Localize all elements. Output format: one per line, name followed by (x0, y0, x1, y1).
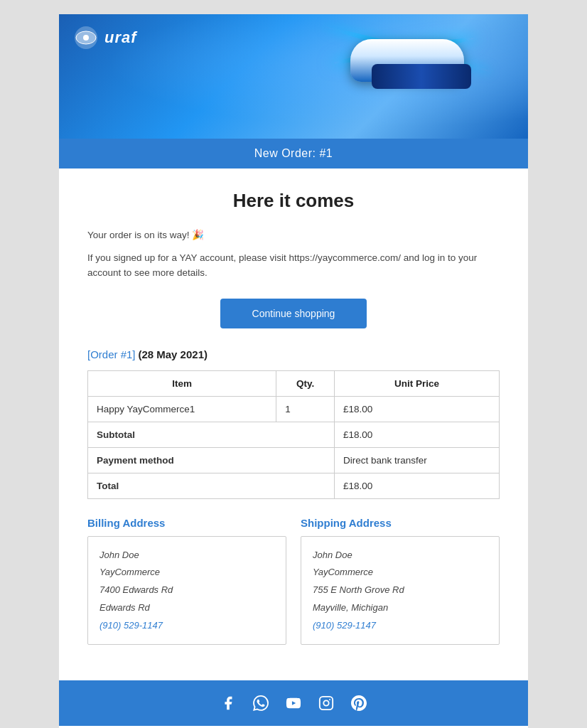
whatsapp-icon[interactable] (251, 693, 271, 713)
payment-label: Payment method (88, 447, 335, 473)
order-table: Item Qty. Unit Price Happy YayCommerce1 … (87, 370, 500, 499)
footer-social (59, 680, 528, 726)
svg-point-6 (329, 699, 330, 700)
order-banner-text: New Order: #1 (254, 147, 333, 159)
payment-row: Payment method Direct bank transfer (88, 447, 500, 473)
total-value: £18.00 (334, 473, 499, 498)
billing-heading: Billing Address (87, 517, 286, 529)
table-row: Happy YayCommerce1 1 £18.00 (88, 396, 500, 422)
order-heading: [Order #1] (28 May 2021) (87, 348, 500, 360)
col-item: Item (88, 370, 276, 396)
shipping-address-col: Shipping Address John Doe YayCommerce 75… (301, 517, 500, 645)
col-qty: Qty. (276, 370, 335, 396)
shipping-name: John Doe (313, 550, 352, 560)
vr-headset-body (350, 39, 464, 82)
billing-phone[interactable]: (910) 529-1147 (99, 620, 163, 631)
total-label: Total (88, 473, 335, 498)
shipping-company: YayCommerce (313, 567, 373, 577)
col-price: Unit Price (334, 370, 499, 396)
item-qty: 1 (276, 396, 335, 422)
vr-headset-visual (336, 25, 478, 96)
shipping-heading: Shipping Address (301, 517, 500, 529)
email-container: uraf New Order: #1 Here it comes Your or… (59, 14, 528, 728)
svg-point-2 (83, 35, 89, 41)
payment-value: Direct bank transfer (334, 447, 499, 473)
shipping-address1: 755 E North Grove Rd (313, 584, 404, 595)
instagram-icon[interactable] (316, 693, 336, 713)
billing-address-box: John Doe YayCommerce 7400 Edwards Rd Edw… (87, 536, 286, 645)
pinterest-icon[interactable] (349, 693, 369, 713)
svg-rect-4 (320, 697, 333, 710)
billing-address1: 7400 Edwards Rd (99, 584, 173, 595)
order-link[interactable]: [Order #1] (87, 348, 136, 360)
intro-text-1: Your order is on its way! 🎉 (87, 228, 500, 243)
billing-name: John Doe (99, 550, 139, 560)
order-date: (28 May 2021) (138, 348, 208, 360)
svg-point-5 (323, 701, 328, 706)
shipping-address2: Mayville, Michigan (313, 602, 388, 613)
billing-company: YayCommerce (99, 567, 160, 577)
main-content: Here it comes Your order is on its way! … (59, 168, 528, 680)
hero-banner: uraf (59, 14, 528, 139)
brand-name-text: uraf (104, 28, 137, 47)
subtotal-label: Subtotal (88, 422, 335, 447)
page-title: Here it comes (87, 190, 500, 212)
order-banner: New Order: #1 (59, 139, 528, 168)
subtotal-row: Subtotal £18.00 (88, 422, 500, 447)
item-price: £18.00 (334, 396, 499, 422)
youtube-icon[interactable] (284, 693, 303, 713)
intro-text-2: If you signed up for a YAY account, plea… (87, 250, 500, 281)
continue-shopping-button[interactable]: Continue shopping (220, 299, 367, 328)
billing-address2: Edwards Rd (99, 602, 150, 613)
billing-address-col: Billing Address John Doe YayCommerce 740… (87, 517, 286, 645)
shipping-phone[interactable]: (910) 529-1147 (313, 620, 376, 631)
item-name: Happy YayCommerce1 (88, 396, 276, 422)
total-row: Total £18.00 (88, 473, 500, 498)
shipping-address-box: John Doe YayCommerce 755 E North Grove R… (301, 536, 500, 645)
cta-area: Continue shopping (87, 299, 500, 328)
facebook-icon[interactable] (218, 693, 238, 713)
address-section: Billing Address John Doe YayCommerce 740… (87, 517, 500, 645)
social-icons-row (72, 693, 515, 713)
brand-logo-icon (73, 25, 99, 50)
vr-visor (372, 64, 471, 89)
table-header-row: Item Qty. Unit Price (88, 370, 500, 396)
subtotal-value: £18.00 (334, 422, 499, 447)
logo-area: uraf (73, 25, 137, 50)
